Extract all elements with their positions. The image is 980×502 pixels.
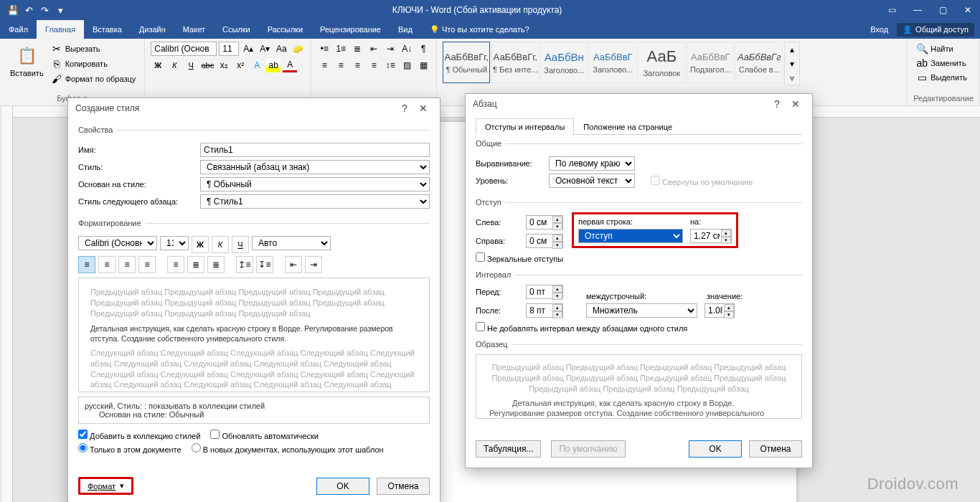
numbering-button[interactable]: 1≡ [334,42,348,56]
superscript-button[interactable]: x² [233,58,248,72]
style-normal[interactable]: АаБбВвГг,¶ Обычный [443,42,490,83]
right-indent-spin[interactable]: ▴▾ [526,234,563,248]
tab-mailings[interactable]: Рассылки [259,20,311,39]
copy-button[interactable]: ⎘Копировать [48,57,139,71]
tab-view[interactable]: Вид [390,20,421,39]
style-heading2[interactable]: АаБбВвГЗаголово... [589,42,636,83]
align-select[interactable]: По левому краю [549,156,635,171]
format-spacing-15[interactable]: ≣ [187,256,204,273]
format-font-select[interactable]: Calibri (Основной [78,236,157,250]
mirror-check[interactable]: Зеркальные отступы [476,255,563,263]
find-button[interactable]: 🔍Найти [913,42,974,56]
shrink-font-button[interactable]: A▾ [258,42,272,56]
multilevel-button[interactable]: ≣ [350,42,364,56]
minimize-icon[interactable]: — [913,5,922,15]
paste-button[interactable]: 📋 Вставить [6,42,48,86]
line-spacing-select[interactable]: Множитель [586,303,697,318]
format-spacing-2[interactable]: ≣ [207,256,225,273]
cancel-button[interactable]: Отмена [377,478,430,495]
undo-icon[interactable]: ↶ [23,4,34,16]
vertical-ruler[interactable] [1,106,13,502]
format-italic-button[interactable]: К [212,236,229,253]
show-marks-button[interactable]: ¶ [416,42,430,56]
style-emphasis[interactable]: АаБбВвГгСлабое в... [735,42,783,83]
font-name-input[interactable] [151,42,217,56]
format-align-left[interactable]: ≡ [78,256,95,273]
align-center-button[interactable]: ≡ [334,58,348,72]
tab-file[interactable]: Файл [0,20,37,39]
dont-add-check[interactable]: Не добавлять интервал между абзацами одн… [476,324,687,333]
at-spin[interactable]: ▴▾ [705,303,735,318]
first-line-select[interactable]: Отступ [578,229,683,243]
only-doc-radio[interactable]: Только в этом документе [78,443,182,454]
ok-button[interactable]: OK [316,478,369,495]
align-right-button[interactable]: ≡ [350,58,364,72]
save-icon[interactable]: 💾 [7,4,19,16]
close-button[interactable]: ✕ [414,103,433,114]
select-button[interactable]: ▭Выделить [913,70,974,85]
sort-button[interactable]: A↓ [400,42,414,56]
before-spin[interactable]: ▴▾ [526,285,563,299]
line-spacing-button[interactable]: ↕≡ [383,58,397,72]
style-no-spacing[interactable]: АаБбВвГг,¶ Без инте... [491,42,539,83]
format-underline-button[interactable]: Ч [232,236,249,253]
format-align-center[interactable]: ≡ [98,256,116,273]
default-button[interactable]: По умолчанию [551,440,625,458]
tab-layout[interactable]: Макет [174,20,214,39]
tab-insert[interactable]: Вставка [84,20,131,39]
ok-button[interactable]: OK [689,440,742,458]
bullets-button[interactable]: •≡ [317,42,331,56]
tab-indents-spacing[interactable]: Отступы и интервалы [476,118,574,135]
next-select[interactable]: ¶ Стиль1 [200,194,430,209]
tab-references[interactable]: Ссылки [214,20,259,39]
tell-me[interactable]: 💡 Что вы хотите сделать? [421,20,538,39]
grow-font-button[interactable]: A▴ [241,42,255,56]
format-bold-button[interactable]: Ж [192,236,209,253]
tab-review[interactable]: Рецензирование [311,20,390,39]
in-template-radio[interactable]: В новых документах, использующих этот ша… [192,443,384,454]
style-title[interactable]: АаБЗаголовок [638,42,685,83]
font-color-button[interactable]: A [283,58,297,72]
format-outdent[interactable]: ⇤ [285,256,302,273]
subscript-button[interactable]: x₂ [217,58,231,72]
name-input[interactable] [200,143,430,157]
style-subtitle[interactable]: АаБбВвГПодзагол... [687,42,734,83]
format-dropdown-button[interactable]: Формат ▾ [78,477,133,495]
styles-down-button[interactable]: ▾ [785,57,799,71]
bold-button[interactable]: Ж [151,58,165,72]
justify-button[interactable]: ≡ [367,58,381,72]
change-case-button[interactable]: Aa [274,42,288,56]
replace-button[interactable]: abЗаменить [913,56,974,70]
help-button[interactable]: ? [395,103,414,114]
help-button[interactable]: ? [768,98,786,110]
close-button[interactable]: ✕ [786,98,805,110]
login-link[interactable]: Вход [870,25,888,34]
format-painter-button[interactable]: 🖌Формат по образцу [48,72,139,86]
based-select[interactable]: ¶ Обычный [200,177,430,191]
outdent-button[interactable]: ⇤ [367,42,381,56]
highlight-button[interactable]: ab [266,58,281,72]
indent-button[interactable]: ⇥ [383,42,397,56]
redo-icon[interactable]: ↷ [39,4,50,16]
by-spin[interactable]: ▴▾ [690,229,732,243]
after-spin[interactable]: ▴▾ [526,303,563,318]
type-select[interactable]: Связанный (абзац и знак) [200,160,430,174]
format-space-before[interactable]: ↥≡ [236,256,253,273]
style-heading1[interactable]: АаБбВнЗаголово... [540,42,588,83]
format-space-after[interactable]: ↧≡ [256,256,273,273]
maximize-icon[interactable]: ▢ [939,5,947,15]
clear-format-button[interactable]: 🧽 [291,42,305,56]
format-spacing-1[interactable]: ≡ [167,256,184,273]
format-align-right[interactable]: ≡ [118,256,136,273]
cut-button[interactable]: ✂Вырезать [48,42,139,56]
share-button[interactable]: 👤Общий доступ [897,23,974,37]
format-color-select[interactable]: Авто [252,236,331,250]
underline-button[interactable]: Ч [184,58,198,72]
text-effects-button[interactable]: A [250,58,264,72]
shading-button[interactable]: ▨ [400,58,414,72]
font-size-input[interactable] [219,42,239,56]
italic-button[interactable]: К [167,58,182,72]
format-justify[interactable]: ≡ [138,256,156,273]
align-left-button[interactable]: ≡ [317,58,331,72]
level-select[interactable]: Основной текст [549,174,635,188]
